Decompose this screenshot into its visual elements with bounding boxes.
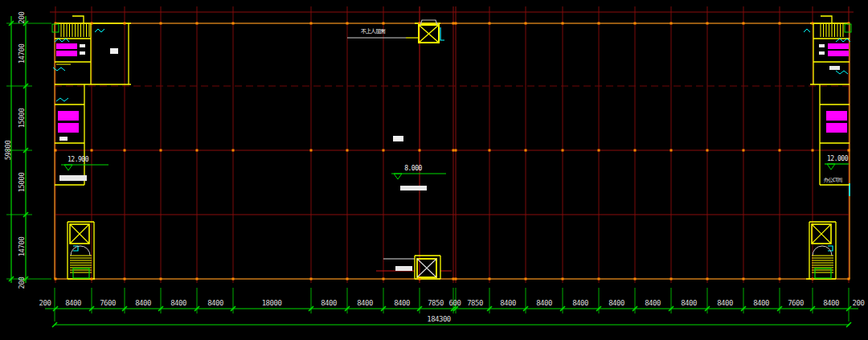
dim-label: 8400	[572, 299, 588, 307]
dim-label: 8400	[135, 299, 151, 307]
dim-total-label: 184300	[427, 315, 451, 323]
toilet-fixture	[828, 51, 849, 56]
ramp-bar	[395, 266, 412, 271]
annex-top-right	[820, 66, 850, 185]
elevator-bottom-center	[376, 256, 452, 279]
elevation-triangle-icon	[64, 165, 72, 170]
bracket-accent	[440, 27, 444, 40]
dim-label: 8400	[753, 299, 769, 307]
grid-row-lines	[50, 12, 854, 215]
dim-label: 8400	[321, 299, 337, 307]
elevator-x-icon	[812, 224, 831, 244]
stair-core-bottom-left	[68, 222, 94, 279]
plumbing-accent	[56, 98, 68, 101]
right-elevation-marker	[825, 164, 849, 170]
dim-label: 8400	[394, 299, 410, 307]
dim-label: 600	[449, 299, 461, 307]
stair-core-bottom-right	[809, 222, 836, 279]
dim-label: 15000	[18, 109, 26, 129]
elevation-triangle-icon	[394, 174, 402, 179]
dim-label: 8400	[500, 299, 516, 307]
elevation-label-left: 12.900	[68, 156, 88, 163]
dim-label: 200	[39, 299, 51, 307]
toilet-fixture	[56, 51, 77, 56]
dim-label: 7850	[428, 299, 444, 307]
dim-label: 8400	[681, 299, 697, 307]
toilet-fixture	[826, 111, 847, 121]
toilet-fixture	[58, 123, 79, 133]
elevation-label-right: 12.000	[827, 155, 848, 162]
drawing-canvas	[0, 0, 868, 340]
right-note: 办公CT间	[824, 177, 841, 184]
dim-label: 14700	[18, 237, 26, 257]
toilet-fixture	[826, 123, 847, 133]
annex-top-left	[55, 84, 87, 185]
dim-label: 200	[853, 299, 865, 307]
grid-column-lines	[55, 6, 849, 283]
stair-treads-icon	[61, 24, 89, 37]
dim-label: 8400	[823, 299, 839, 307]
ramp-bar	[829, 66, 840, 70]
dim-label: 18000	[262, 299, 282, 307]
ramp-bar	[59, 175, 87, 181]
cad-floor-plan: 200 8400 7600 8400 8400 8400 18000 8400 …	[0, 0, 868, 340]
dim-label: 15000	[18, 173, 26, 193]
dim-label: 14700	[18, 44, 26, 64]
ramp-bar	[400, 186, 427, 190]
dim-total-label: 59800	[4, 141, 12, 161]
center-elevation-marker	[391, 136, 446, 190]
elevator-x-icon	[70, 224, 89, 244]
dim-label: 7600	[788, 299, 804, 307]
toilet-fixture	[56, 43, 77, 49]
dim-label: 8400	[357, 299, 373, 307]
elevation-label-center: 8.000	[404, 165, 422, 172]
elevator-x-icon	[417, 259, 436, 277]
dim-label: 8400	[207, 299, 223, 307]
dim-label: 8400	[170, 299, 186, 307]
dim-label: 8400	[65, 299, 81, 307]
dim-label: 8400	[536, 299, 552, 307]
stair-core-top-right	[804, 16, 851, 84]
stair-treads-icon	[821, 24, 843, 37]
elevation-triangle-icon	[827, 164, 835, 170]
dim-label: 8400	[645, 299, 661, 307]
dim-label: 200	[18, 277, 26, 289]
toilet-fixture	[58, 111, 79, 121]
dim-label: 7600	[100, 299, 116, 307]
roof-note: 不上人屋面	[361, 27, 385, 35]
dim-label: 8400	[608, 299, 624, 307]
dim-label: 200	[18, 12, 26, 24]
elevator-x-icon	[419, 25, 439, 43]
toilet-fixture	[828, 43, 849, 49]
dim-label: 7850	[467, 299, 483, 307]
dim-label: 8400	[717, 299, 733, 307]
